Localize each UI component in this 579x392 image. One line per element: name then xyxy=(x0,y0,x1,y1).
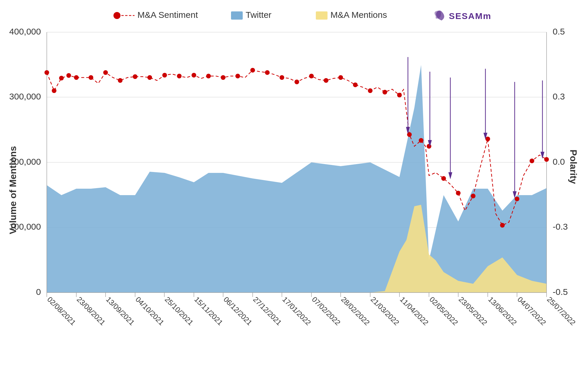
svg-point-68 xyxy=(162,73,167,78)
svg-point-72 xyxy=(221,75,225,80)
legend-ma-mentions-label: M&A Mentions xyxy=(330,10,387,20)
chart-container: 400,000 300,000 200,000 100,000 0 0.5 0.… xyxy=(0,0,579,392)
svg-text:400,000: 400,000 xyxy=(9,27,41,36)
svg-point-59 xyxy=(52,88,56,93)
svg-point-66 xyxy=(133,74,137,79)
svg-rect-110 xyxy=(231,11,243,20)
svg-point-83 xyxy=(382,90,387,94)
svg-point-90 xyxy=(471,194,475,198)
svg-point-80 xyxy=(338,75,343,80)
svg-point-77 xyxy=(294,80,299,84)
svg-point-88 xyxy=(441,176,446,181)
svg-text:0: 0 xyxy=(36,287,41,297)
svg-text:-0.5: -0.5 xyxy=(553,287,568,297)
svg-text:Volume of Mentions: Volume of Mentions xyxy=(8,146,18,234)
svg-text:0.3: 0.3 xyxy=(553,92,565,101)
svg-point-69 xyxy=(177,74,182,78)
svg-point-78 xyxy=(309,74,314,78)
svg-point-58 xyxy=(44,70,49,75)
svg-point-62 xyxy=(74,75,79,80)
svg-point-71 xyxy=(206,74,211,78)
svg-text:300,000: 300,000 xyxy=(9,92,41,101)
svg-text:0.5: 0.5 xyxy=(553,27,565,36)
svg-point-82 xyxy=(368,88,373,93)
svg-point-91 xyxy=(485,137,490,141)
svg-text:SESAMm: SESAMm xyxy=(449,11,491,21)
svg-point-61 xyxy=(66,73,71,78)
svg-rect-111 xyxy=(316,11,328,20)
svg-point-65 xyxy=(118,78,123,83)
svg-text:-0.3: -0.3 xyxy=(553,222,568,231)
svg-point-73 xyxy=(235,74,240,78)
svg-point-87 xyxy=(427,144,431,149)
svg-point-67 xyxy=(147,75,152,80)
legend-twitter-label: Twitter xyxy=(246,10,271,20)
svg-point-60 xyxy=(59,76,64,80)
legend-ma-sentiment-label: M&A Sentiment xyxy=(137,10,198,20)
svg-point-94 xyxy=(530,159,534,163)
svg-point-70 xyxy=(192,73,196,78)
svg-point-81 xyxy=(353,82,358,87)
svg-point-74 xyxy=(250,68,255,73)
svg-text:Polarity: Polarity xyxy=(568,149,579,184)
svg-point-86 xyxy=(419,138,423,143)
svg-text:0.0: 0.0 xyxy=(553,157,565,166)
svg-point-63 xyxy=(89,75,93,80)
svg-point-84 xyxy=(397,93,402,97)
svg-point-93 xyxy=(515,197,519,201)
svg-point-79 xyxy=(324,78,328,83)
svg-point-92 xyxy=(500,223,505,228)
svg-point-95 xyxy=(544,157,549,162)
svg-point-108 xyxy=(113,12,120,19)
svg-point-76 xyxy=(280,75,284,80)
svg-point-89 xyxy=(456,191,461,195)
svg-point-64 xyxy=(103,70,108,75)
svg-point-75 xyxy=(265,70,270,75)
